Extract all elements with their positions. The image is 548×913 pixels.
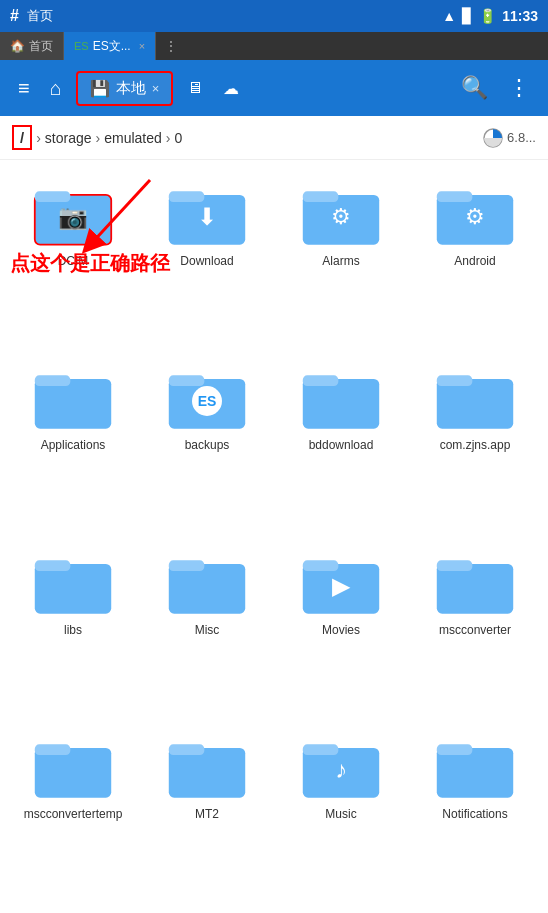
battery-icon: 🔋 (479, 8, 496, 24)
storage-text: 6.8... (507, 130, 536, 145)
file-item[interactable]: ESbackups (142, 356, 272, 532)
breadcrumb-sep-2: › (96, 130, 101, 146)
home-tab[interactable]: 首页 (27, 7, 53, 25)
storage-badge: 6.8... (483, 128, 536, 148)
file-item[interactable]: Notifications (410, 725, 540, 901)
folder-icon: 📷 (33, 180, 113, 248)
breadcrumb-0[interactable]: 0 (174, 130, 182, 146)
svg-rect-17 (35, 563, 111, 613)
folder-icon: ⚙ (435, 180, 515, 248)
svg-rect-31 (437, 748, 513, 798)
svg-rect-9 (35, 379, 111, 429)
svg-rect-12 (169, 376, 205, 387)
folder-icon: ⚙ (301, 180, 381, 248)
file-label: Movies (322, 623, 360, 639)
status-bar: # 首页 ▲ ▊ 🔋 11:33 (0, 0, 548, 32)
svg-rect-26 (35, 744, 71, 755)
search-icon[interactable]: 🔍 (455, 69, 494, 107)
svg-rect-2 (35, 191, 71, 202)
folder-icon: ⬇ (167, 180, 247, 248)
file-label: MT2 (195, 807, 219, 823)
svg-rect-22 (303, 560, 339, 571)
storage-chart-icon (483, 128, 503, 148)
tab-bar: 🏠 首页 ES ES文... × ⋮ (0, 32, 548, 60)
svg-rect-13 (303, 379, 379, 429)
file-label: bddownload (309, 438, 374, 454)
file-item[interactable]: mscconverter (410, 541, 540, 717)
file-label: libs (64, 623, 82, 639)
svg-rect-30 (303, 744, 339, 755)
folder-icon (167, 549, 247, 617)
file-item[interactable]: mscconvertertemp (8, 725, 138, 901)
home-tab-label: 首页 (29, 38, 53, 55)
svg-rect-16 (437, 376, 473, 387)
folder-icon (33, 549, 113, 617)
breadcrumb-emulated[interactable]: emulated (104, 130, 162, 146)
file-item[interactable]: bddownload (276, 356, 406, 532)
file-label: com.zjns.app (440, 438, 511, 454)
folder-icon: ▶ (301, 549, 381, 617)
network-icon[interactable]: 🖥 (181, 73, 209, 103)
file-item[interactable]: MT2 (142, 725, 272, 901)
svg-rect-15 (437, 379, 513, 429)
svg-rect-24 (437, 560, 473, 571)
file-item[interactable]: ▶Movies (276, 541, 406, 717)
time-display: 11:33 (502, 8, 538, 24)
svg-rect-20 (169, 560, 205, 571)
file-label: Misc (195, 623, 220, 639)
folder-icon (33, 364, 113, 432)
home-icon[interactable]: ⌂ (44, 71, 68, 106)
folder-icon (435, 733, 515, 801)
local-tab-close-icon[interactable]: × (152, 81, 160, 96)
signal-icon: ▊ (462, 8, 473, 24)
folder-icon: ♪ (301, 733, 381, 801)
folder-icon (167, 733, 247, 801)
breadcrumb-storage[interactable]: storage (45, 130, 92, 146)
file-grid: 📷DCIM ⬇Download ⚙Alarms ⚙Android Applica… (0, 160, 548, 913)
breadcrumb-bar: / › storage › emulated › 0 6.8... (0, 116, 548, 160)
file-item[interactable]: com.zjns.app (410, 356, 540, 532)
menu-icon[interactable]: ≡ (12, 71, 36, 106)
cloud-icon[interactable]: ☁ (217, 73, 245, 104)
file-label: Applications (41, 438, 106, 454)
file-label: Notifications (442, 807, 507, 823)
file-item[interactable]: ⚙Alarms (276, 172, 406, 348)
svg-rect-14 (303, 376, 339, 387)
local-tab[interactable]: 💾 本地 × (76, 71, 174, 106)
folder-icon: ES (167, 364, 247, 432)
file-label: Android (454, 254, 495, 270)
file-item[interactable]: ⚙Android (410, 172, 540, 348)
es-tab-icon: ES (74, 40, 89, 52)
file-label: Download (180, 254, 233, 270)
file-item[interactable]: ♪Music (276, 725, 406, 901)
file-label: Music (325, 807, 356, 823)
status-bar-left: # 首页 (10, 7, 53, 25)
svg-rect-4 (169, 191, 205, 202)
breadcrumb-sep-3: › (166, 130, 171, 146)
file-label: backups (185, 438, 230, 454)
folder-icon (435, 549, 515, 617)
file-item[interactable]: Applications (8, 356, 138, 532)
file-item[interactable]: libs (8, 541, 138, 717)
folder-icon (301, 364, 381, 432)
file-label: Alarms (322, 254, 359, 270)
file-label: mscconverter (439, 623, 511, 639)
es-tab-button[interactable]: ES ES文... × (64, 32, 156, 60)
svg-rect-8 (437, 191, 473, 202)
svg-rect-28 (169, 744, 205, 755)
local-tab-label: 本地 (116, 79, 146, 98)
tab-close-icon[interactable]: × (139, 40, 145, 52)
svg-rect-19 (169, 563, 245, 613)
svg-rect-18 (35, 560, 71, 571)
more-icon[interactable]: ⋮ (502, 69, 536, 107)
breadcrumb-root[interactable]: / (12, 125, 32, 150)
file-item[interactable]: ⬇Download (142, 172, 272, 348)
file-item[interactable]: 📷DCIM (8, 172, 138, 348)
local-tab-icon: 💾 (90, 79, 110, 98)
file-item[interactable]: Misc (142, 541, 272, 717)
tab-more-icon[interactable]: ⋮ (156, 38, 186, 54)
home-tab-button[interactable]: 🏠 首页 (0, 32, 64, 60)
status-bar-right: ▲ ▊ 🔋 11:33 (442, 8, 538, 24)
svg-rect-27 (169, 748, 245, 798)
file-label: DCIM (58, 254, 89, 270)
